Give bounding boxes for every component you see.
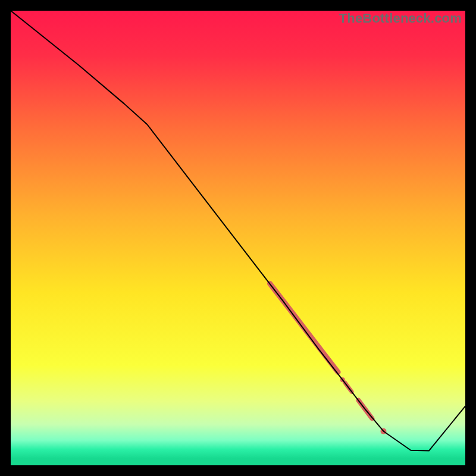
bottleneck-curve <box>11 11 465 451</box>
plot-area: TheBottleneck.com <box>11 11 465 465</box>
watermark-text: TheBottleneck.com <box>339 11 462 26</box>
curve-layer <box>11 11 465 465</box>
chart-frame: TheBottleneck.com <box>0 0 476 476</box>
